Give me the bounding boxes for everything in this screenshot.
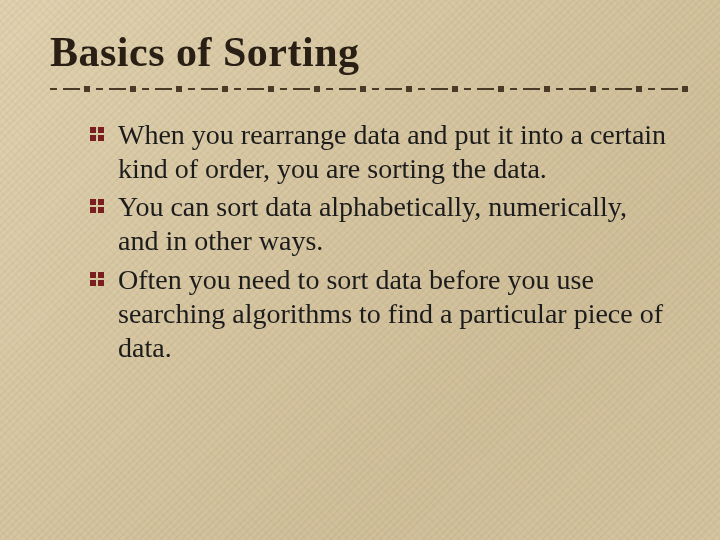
list-item: Often you need to sort data before you u… bbox=[90, 263, 670, 365]
slide: Basics of Sorting When you rearrange dat… bbox=[0, 0, 720, 540]
list-item: When you rearrange data and put it into … bbox=[90, 118, 670, 186]
bullet-text: Often you need to sort data before you u… bbox=[118, 264, 663, 363]
bullet-list: When you rearrange data and put it into … bbox=[50, 118, 670, 365]
slide-title: Basics of Sorting bbox=[50, 28, 670, 76]
grid-bullet-icon bbox=[90, 272, 105, 287]
bullet-text: You can sort data alphabetically, numeri… bbox=[118, 191, 627, 256]
grid-bullet-icon bbox=[90, 127, 105, 142]
title-divider bbox=[50, 86, 690, 92]
list-item: You can sort data alphabetically, numeri… bbox=[90, 190, 670, 258]
grid-bullet-icon bbox=[90, 199, 105, 214]
bullet-text: When you rearrange data and put it into … bbox=[118, 119, 666, 184]
